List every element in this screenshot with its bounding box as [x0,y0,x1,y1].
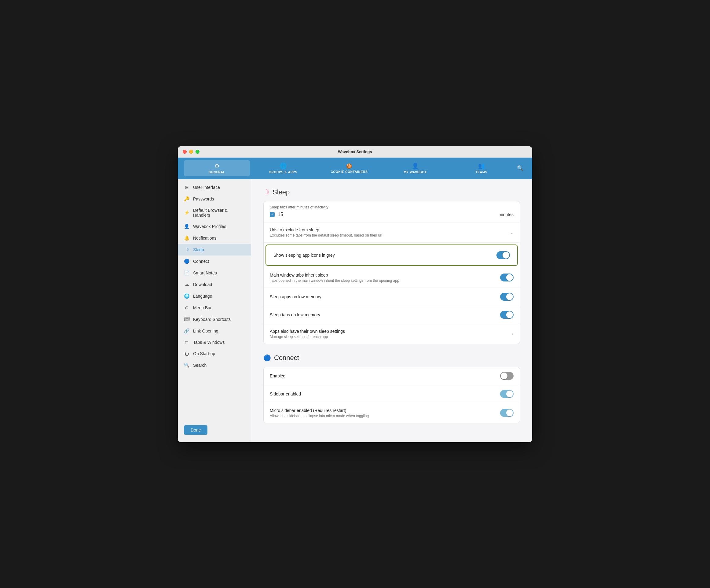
top-nav: ⚙ GENERAL 🌐 GROUPS & APPS 🍪 COOKIE CONTA… [178,158,532,179]
minimize-button[interactable] [189,150,193,154]
main-window-toggle[interactable] [500,274,514,281]
tabs-windows-icon: □ [184,340,189,345]
connect-sidebar-title: Sidebar enabled [270,392,301,396]
sidebar-item-connect[interactable]: 🔵 Connect [178,256,251,267]
sleep-minutes-controls: ✓ 15 minutes [270,212,514,217]
sleep-icon: ☽ [184,247,189,253]
own-settings-row[interactable]: Apps also have their own sleep settings … [264,324,520,344]
connect-enabled-title: Enabled [270,373,285,378]
own-settings-text: Apps also have their own sleep settings … [270,329,345,339]
connect-sidebar-toggle-knob [506,391,513,397]
own-settings-arrow-icon: › [512,331,514,336]
urls-title: Urls to exclude from sleep [270,227,382,232]
sleep-apps-title: Sleep apps on low memory [270,294,322,299]
main-layout: ⊞ User Interface 🔑 Passwords ⚡ Default B… [178,179,532,442]
sleep-tabs-toggle-knob [506,311,513,318]
groups-apps-icon: 🌐 [280,163,287,169]
connect-section: 🔵 Connect Enabled Sidebar enabled [263,354,520,423]
connect-micro-sidebar-subtitle: Allows the sidebar to collapse into micr… [270,414,369,418]
own-settings-subtitle: Manage sleep settings for each app [270,335,345,339]
nav-item-my-wavebox[interactable]: 👤 MY WAVEBOX [382,160,448,177]
sleep-section-title: Sleep [273,188,290,196]
cookie-icon: 🍪 [346,163,352,169]
sidebar-item-sleep[interactable]: ☽ Sleep [178,244,251,256]
sidebar-item-notifications[interactable]: 🔔 Notifications [178,232,251,244]
link-opening-icon: 🔗 [184,328,189,334]
sidebar-item-smart-notes[interactable]: 📄 Smart Notes [178,267,251,279]
nav-item-general[interactable]: ⚙ GENERAL [184,160,250,177]
show-grey-highlighted-container: Show sleeping app icons in grey [265,244,518,266]
sleep-apps-toggle[interactable] [500,293,514,301]
sidebar-item-download[interactable]: ☁ Download [178,279,251,290]
nav-item-groups-apps[interactable]: 🌐 GROUPS & APPS [250,160,316,177]
show-grey-toggle-knob [502,252,509,259]
sleep-inactivity-row: Sleep tabs after minutes of inactivity ✓… [264,202,520,222]
on-startup-icon: ⏻ [184,351,189,356]
sidebar-item-default-browser[interactable]: ⚡ Default Browser & Handlers [178,205,251,221]
connect-micro-sidebar-toggle-knob [506,409,513,416]
my-wavebox-icon: 👤 [412,163,419,169]
sleep-enabled-checkbox[interactable]: ✓ [270,212,275,217]
minutes-value: 15 [278,212,283,217]
sidebar-item-tabs-windows[interactable]: □ Tabs & Windows [178,337,251,348]
connect-sidebar-row: Sidebar enabled [264,385,520,403]
smart-notes-icon: 📄 [184,270,189,276]
nav-item-teams[interactable]: 👥 TEAMS [449,160,515,177]
main-window-subtitle: Tabs opened in the main window inherit t… [270,278,399,283]
sidebar-footer: Done [178,420,251,440]
nav-item-cookie-containers[interactable]: 🍪 COOKIE CONTAINERS [316,161,382,176]
sidebar-item-on-startup[interactable]: ⏻ On Start-up [178,348,251,359]
show-grey-title: Show sleeping app icons in grey [274,253,335,258]
notifications-icon: 🔔 [184,235,189,241]
connect-enabled-toggle-knob [501,373,507,379]
sleep-apps-row: Sleep apps on low memory [264,288,520,306]
main-window-toggle-knob [506,274,513,281]
sleep-tabs-row: Sleep tabs on low memory [264,306,520,324]
general-icon: ⚙ [214,163,219,169]
main-window-title: Main window tabs inherit sleep [270,273,399,278]
title-bar: Wavebox Settings [178,146,532,158]
connect-enabled-toggle[interactable] [500,372,514,380]
show-grey-row: Show sleeping app icons in grey [267,246,516,264]
sleep-section: ☽ Sleep Sleep tabs after minutes of inac… [263,188,520,344]
content-area: ☽ Sleep Sleep tabs after minutes of inac… [251,179,532,442]
connect-card: Enabled Sidebar enabled [263,367,520,423]
sleep-apps-toggle-knob [506,293,513,300]
main-window-text: Main window tabs inherit sleep Tabs open… [270,273,399,283]
show-grey-toggle[interactable] [496,251,510,259]
sidebar-item-keyboard-shortcuts[interactable]: ⌨ Keyboard Shortcuts [178,313,251,325]
app-window: Wavebox Settings ⚙ GENERAL 🌐 GROUPS & AP… [178,146,532,442]
connect-section-header: 🔵 Connect [263,354,520,362]
urls-subtitle: Excludes some tabs from the default slee… [270,233,382,237]
sidebar-item-menu-bar[interactable]: ⊙ Menu Bar [178,302,251,313]
close-button[interactable] [183,150,187,154]
default-browser-icon: ⚡ [184,210,189,215]
sidebar-item-search[interactable]: 🔍 Search [178,359,251,371]
connect-micro-sidebar-row: Micro sidebar enabled (Requires restart)… [264,403,520,423]
wavebox-profiles-icon: 👤 [184,224,189,229]
done-button[interactable]: Done [184,425,208,435]
download-icon: ☁ [184,282,189,287]
window-title: Wavebox Settings [338,149,372,154]
sidebar-item-wavebox-profiles[interactable]: 👤 Wavebox Profiles [178,221,251,232]
connect-section-icon: 🔵 [263,354,271,361]
minutes-suffix: minutes [499,212,514,217]
connect-micro-sidebar-toggle[interactable] [500,409,514,417]
sidebar-items: ⊞ User Interface 🔑 Passwords ⚡ Default B… [178,182,251,420]
maximize-button[interactable] [195,150,199,154]
main-window-row: Main window tabs inherit sleep Tabs open… [264,268,520,288]
traffic-lights [183,150,199,154]
menu-bar-icon: ⊙ [184,305,189,310]
passwords-icon: 🔑 [184,196,189,202]
sidebar-item-user-interface[interactable]: ⊞ User Interface [178,182,251,193]
user-interface-icon: ⊞ [184,185,189,190]
sleep-section-icon: ☽ [263,188,269,196]
sidebar-item-language[interactable]: 🌐 Language [178,290,251,302]
search-nav-button[interactable]: 🔍 [515,163,526,174]
urls-exclude-row[interactable]: Urls to exclude from sleep Excludes some… [264,222,520,243]
sidebar-item-link-opening[interactable]: 🔗 Link Opening [178,325,251,337]
connect-sidebar-toggle[interactable] [500,390,514,398]
sidebar-item-passwords[interactable]: 🔑 Passwords [178,193,251,205]
search-sidebar-icon: 🔍 [184,362,189,368]
sleep-tabs-toggle[interactable] [500,311,514,319]
